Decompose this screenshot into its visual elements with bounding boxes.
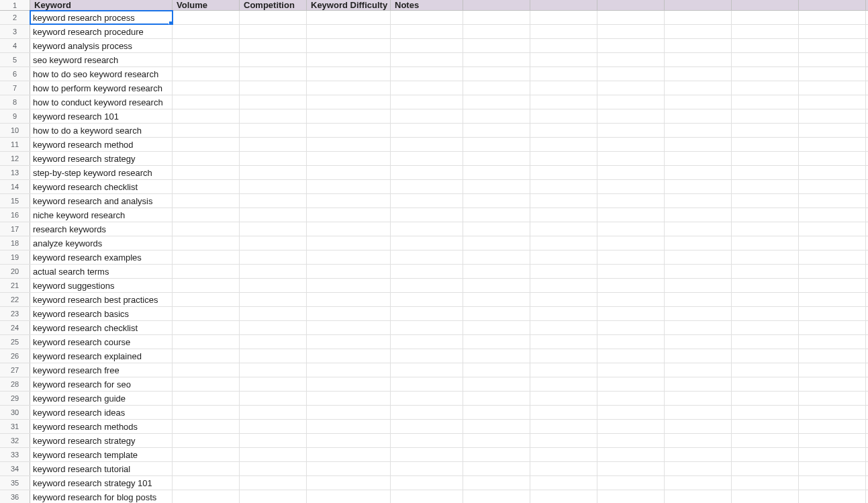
row-number[interactable]: 36	[0, 490, 30, 503]
cell-empty[interactable]	[530, 377, 597, 391]
cell-keyword[interactable]: keyword research procedure	[30, 25, 173, 38]
cell-empty[interactable]	[665, 109, 732, 123]
cell-empty[interactable]	[665, 392, 732, 405]
cell-keyword[interactable]: how to conduct keyword research	[30, 95, 173, 109]
cell-empty[interactable]	[799, 434, 866, 447]
row-number[interactable]: 30	[0, 406, 30, 419]
cell-empty[interactable]	[530, 363, 597, 377]
cell-empty[interactable]	[173, 166, 240, 179]
cell-empty[interactable]	[463, 194, 530, 208]
cell-empty[interactable]	[391, 434, 463, 447]
cell-empty[interactable]	[173, 152, 240, 165]
cell-empty[interactable]	[240, 265, 307, 278]
cell-empty[interactable]	[240, 11, 307, 24]
row-number[interactable]: 5	[0, 53, 30, 66]
cell-empty[interactable]	[799, 476, 866, 490]
cell-empty[interactable]	[799, 124, 866, 137]
cell-empty[interactable]	[307, 321, 391, 334]
row-number[interactable]: 27	[0, 363, 30, 377]
cell-empty[interactable]	[240, 490, 307, 503]
cell-empty[interactable]	[240, 222, 307, 236]
row-number[interactable]: 20	[0, 265, 30, 278]
cell-empty[interactable]	[597, 434, 665, 447]
cell-empty[interactable]	[463, 490, 530, 503]
cell-empty[interactable]	[530, 11, 597, 24]
cell-empty[interactable]	[173, 67, 240, 81]
cell-empty[interactable]	[665, 67, 732, 81]
cell-empty[interactable]	[307, 265, 391, 278]
cell-empty[interactable]	[240, 476, 307, 490]
cell-empty[interactable]	[530, 222, 597, 236]
cell-empty[interactable]	[665, 81, 732, 95]
cell-empty[interactable]	[732, 166, 799, 179]
cell-empty[interactable]	[530, 420, 597, 433]
cell-empty[interactable]	[240, 166, 307, 179]
cell-empty[interactable]	[173, 180, 240, 193]
row-number[interactable]: 12	[0, 152, 30, 165]
cell-empty[interactable]	[665, 321, 732, 334]
cell-empty[interactable]	[307, 25, 391, 38]
cell-empty[interactable]	[240, 138, 307, 151]
cell-keyword[interactable]: keyword research for seo	[30, 377, 173, 391]
cell-empty[interactable]	[391, 152, 463, 165]
cell-empty[interactable]	[732, 307, 799, 320]
cell-empty[interactable]	[530, 490, 597, 503]
cell-empty[interactable]	[665, 180, 732, 193]
cell-empty[interactable]	[597, 293, 665, 306]
cell-empty[interactable]	[665, 265, 732, 278]
cell-empty[interactable]	[799, 293, 866, 306]
cell-empty[interactable]	[391, 81, 463, 95]
cell-empty[interactable]	[391, 420, 463, 433]
cell-empty[interactable]	[530, 434, 597, 447]
cell-empty[interactable]	[463, 279, 530, 292]
cell-empty[interactable]	[799, 39, 866, 52]
cell-empty[interactable]	[597, 194, 665, 208]
cell-empty[interactable]	[530, 25, 597, 38]
cell-empty[interactable]	[732, 335, 799, 349]
cell-empty[interactable]	[307, 392, 391, 405]
cell-keyword[interactable]: niche keyword research	[30, 208, 173, 222]
cell-empty[interactable]	[597, 462, 665, 475]
row-number[interactable]: 24	[0, 321, 30, 334]
cell-empty[interactable]	[732, 392, 799, 405]
cell-empty[interactable]	[391, 448, 463, 461]
cell-empty[interactable]	[463, 363, 530, 377]
cell-empty[interactable]	[665, 208, 732, 222]
cell-empty[interactable]	[240, 448, 307, 461]
cell-empty[interactable]	[799, 53, 866, 66]
cell-empty[interactable]	[463, 208, 530, 222]
cell-empty[interactable]	[391, 392, 463, 405]
cell-empty[interactable]	[307, 490, 391, 503]
cell-empty[interactable]	[799, 462, 866, 475]
cell-empty[interactable]	[597, 25, 665, 38]
cell-empty[interactable]	[463, 39, 530, 52]
cell-empty[interactable]	[307, 420, 391, 433]
row-number[interactable]: 22	[0, 293, 30, 306]
cell-empty[interactable]	[173, 138, 240, 151]
cell-empty[interactable]	[530, 180, 597, 193]
cell-empty[interactable]	[307, 109, 391, 123]
row-number[interactable]: 9	[0, 109, 30, 123]
cell-empty[interactable]	[665, 293, 732, 306]
cell-empty[interactable]	[173, 109, 240, 123]
col-header-empty[interactable]	[665, 0, 732, 10]
row-number[interactable]: 8	[0, 95, 30, 109]
cell-empty[interactable]	[732, 95, 799, 109]
cell-keyword[interactable]: keyword research strategy	[30, 152, 173, 165]
cell-empty[interactable]	[391, 124, 463, 137]
cell-empty[interactable]	[391, 25, 463, 38]
cell-empty[interactable]	[173, 307, 240, 320]
cell-keyword[interactable]: keyword research basics	[30, 307, 173, 320]
cell-empty[interactable]	[799, 166, 866, 179]
cell-empty[interactable]	[665, 25, 732, 38]
cell-empty[interactable]	[530, 265, 597, 278]
cell-empty[interactable]	[732, 109, 799, 123]
cell-empty[interactable]	[307, 67, 391, 81]
cell-empty[interactable]	[463, 293, 530, 306]
cell-empty[interactable]	[240, 250, 307, 264]
cell-empty[interactable]	[530, 406, 597, 419]
cell-empty[interactable]	[463, 392, 530, 405]
cell-empty[interactable]	[307, 194, 391, 208]
row-number[interactable]: 18	[0, 236, 30, 250]
row-number[interactable]: 2	[0, 11, 30, 24]
